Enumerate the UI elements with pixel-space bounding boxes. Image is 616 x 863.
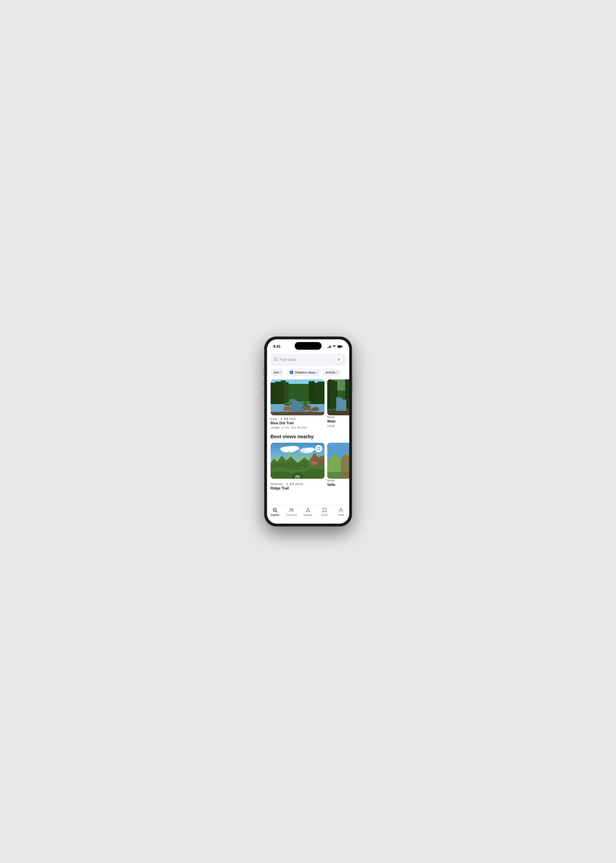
ridge-trail-image	[270, 443, 325, 479]
dynamic-island	[295, 342, 322, 350]
activity-chip[interactable]: Activity ▾	[322, 369, 341, 376]
nav-community[interactable]: Community	[285, 507, 298, 516]
svg-rect-33	[349, 381, 349, 409]
status-time: 9:41	[273, 344, 281, 349]
battery-icon	[337, 345, 343, 348]
nav-profile[interactable]: Profile	[334, 507, 347, 516]
svg-point-42	[316, 461, 320, 463]
svg-point-40	[305, 447, 315, 452]
activity-chevron: ▾	[336, 371, 338, 374]
valle-name: Valle	[327, 483, 349, 487]
valle-difficulty: Mode	[327, 479, 335, 482]
nav-explore[interactable]: Explore	[269, 507, 282, 516]
trail-card-blue-dot[interactable]: Easy · ★ 4.8 (362) Blue Dot Trail Length…	[270, 380, 325, 429]
ridge-reviews: (4616)	[295, 482, 303, 486]
ridge-name: Ridge Trail	[270, 486, 325, 490]
community-label: Community	[286, 514, 297, 516]
water-name: Wate	[327, 419, 349, 424]
main-content: Find trails Sort ▾	[267, 351, 349, 505]
explore-icon	[272, 507, 278, 513]
svg-point-26	[306, 401, 311, 404]
svg-point-43	[301, 466, 303, 468]
water-difficulty: Mode	[327, 415, 335, 419]
svg-point-52	[292, 509, 293, 510]
valle-meta: Mode	[327, 479, 349, 482]
svg-point-50	[274, 509, 275, 510]
svg-point-53	[340, 509, 342, 510]
svg-point-45	[296, 477, 297, 478]
trail-card-ridge[interactable]: Moderate · ★ 4.5 (4616) Ridge Trail	[270, 443, 325, 491]
ridge-difficulty: Moderate	[270, 482, 283, 486]
svg-point-5	[291, 372, 292, 373]
status-icons	[327, 345, 343, 348]
search-placeholder: Find trails	[280, 357, 335, 362]
svg-rect-22	[270, 412, 325, 415]
blue-dot-name: Blue Dot Trail	[270, 421, 325, 425]
saved-icon	[322, 507, 327, 513]
svg-point-21	[312, 407, 319, 411]
filter-chips: Sort ▾ Distance away ▾	[267, 369, 349, 380]
signal-icon	[327, 345, 331, 348]
profile-icon	[338, 507, 344, 513]
svg-rect-15	[318, 382, 325, 404]
svg-point-51	[290, 509, 291, 510]
nav-saved[interactable]: Saved	[318, 507, 331, 516]
blue-dot-reviews: (362)	[289, 417, 296, 420]
ridge-rating: 4.5	[290, 482, 294, 486]
blue-dot-image	[270, 380, 325, 415]
water-details: Lengt	[327, 424, 349, 427]
blue-dot-details: Length: 4.1 mi · Est. 2h 23m	[270, 426, 325, 429]
sort-chevron: ▾	[280, 371, 281, 374]
svg-rect-34	[327, 411, 349, 415]
wifi-icon	[332, 345, 336, 348]
hex-location-icon	[289, 370, 294, 375]
navigate-icon	[305, 507, 311, 513]
trail-card-water-partial[interactable]: Mode Wate Lengt	[327, 380, 349, 429]
bottom-spacer	[267, 491, 349, 496]
svg-point-38	[280, 447, 290, 451]
bottom-nav: Explore Community	[267, 505, 349, 524]
svg-rect-1	[338, 346, 342, 348]
svg-rect-10	[275, 382, 281, 404]
best-views-title: Best views nearby	[267, 429, 349, 443]
trail-card-valle-partial[interactable]: Mode Valle	[327, 443, 349, 491]
phone-screen: 9:41	[267, 339, 349, 524]
svg-point-24	[287, 402, 292, 405]
search-icon	[274, 357, 278, 362]
profile-label: Profile	[338, 514, 344, 516]
svg-point-17	[289, 409, 295, 413]
sort-label: Sort	[273, 371, 280, 374]
blue-dot-difficulty: Easy	[270, 417, 277, 420]
valle-trail-image	[327, 443, 349, 479]
sort-chip[interactable]: Sort ▾	[270, 369, 285, 376]
ridge-bookmark-button[interactable]	[315, 445, 322, 452]
blue-dot-star: ★	[280, 417, 283, 420]
ridge-meta: Moderate · ★ 4.5 (4616)	[270, 482, 325, 486]
activity-label: Activity	[325, 371, 335, 374]
water-meta: Mode	[327, 415, 349, 419]
ridge-card-info: Moderate · ★ 4.5 (4616) Ridge Trail	[270, 482, 325, 490]
distance-chevron: ▾	[316, 371, 318, 374]
trail-cards-scroll: Easy · ★ 4.8 (362) Blue Dot Trail Length…	[267, 380, 349, 429]
navigate-label: Navigate	[303, 514, 313, 516]
phone-device: 9:41	[264, 337, 352, 526]
nav-navigate[interactable]: Navigate	[301, 507, 314, 516]
explore-label: Explore	[271, 514, 280, 516]
svg-rect-12	[284, 382, 289, 404]
ridge-star: ★	[286, 482, 289, 486]
community-icon	[289, 507, 294, 513]
blue-dot-rating: 4.8	[284, 417, 288, 420]
water-trail-image	[327, 380, 349, 415]
distance-label: Distance away	[295, 371, 315, 374]
filter-button[interactable]	[335, 356, 343, 364]
distance-chip[interactable]: Distance away ▾	[286, 369, 321, 376]
saved-label: Saved	[321, 514, 327, 516]
search-bar[interactable]: Find trails	[270, 354, 346, 366]
best-views-scroll: Moderate · ★ 4.5 (4616) Ridge Trail	[267, 443, 349, 491]
blue-dot-meta: Easy · ★ 4.8 (362)	[270, 417, 325, 420]
search-container: Find trails	[267, 353, 349, 369]
